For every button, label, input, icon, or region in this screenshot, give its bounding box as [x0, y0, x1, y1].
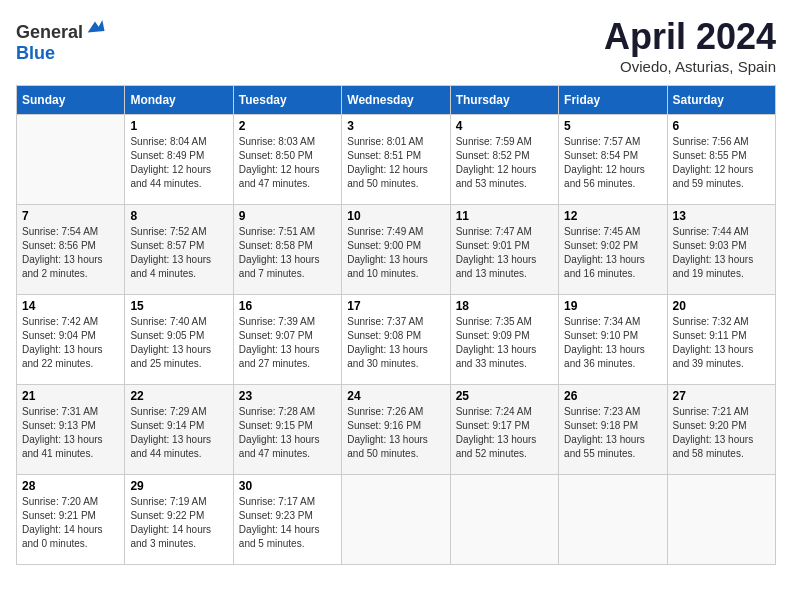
calendar-cell: 28Sunrise: 7:20 AMSunset: 9:21 PMDayligh… [17, 475, 125, 565]
svg-marker-0 [88, 20, 105, 32]
day-number: 27 [673, 389, 770, 403]
week-row-2: 7Sunrise: 7:54 AMSunset: 8:56 PMDaylight… [17, 205, 776, 295]
calendar-cell: 11Sunrise: 7:47 AMSunset: 9:01 PMDayligh… [450, 205, 558, 295]
column-header-wednesday: Wednesday [342, 86, 450, 115]
calendar-cell: 1Sunrise: 8:04 AMSunset: 8:49 PMDaylight… [125, 115, 233, 205]
calendar-table: SundayMondayTuesdayWednesdayThursdayFrid… [16, 85, 776, 565]
day-info: Sunrise: 8:01 AMSunset: 8:51 PMDaylight:… [347, 135, 444, 191]
logo-wordmark: General Blue [16, 16, 106, 64]
logo-bird-icon [84, 16, 106, 38]
calendar-cell [342, 475, 450, 565]
day-info: Sunrise: 7:49 AMSunset: 9:00 PMDaylight:… [347, 225, 444, 281]
calendar-cell: 22Sunrise: 7:29 AMSunset: 9:14 PMDayligh… [125, 385, 233, 475]
calendar-cell: 17Sunrise: 7:37 AMSunset: 9:08 PMDayligh… [342, 295, 450, 385]
day-info: Sunrise: 7:29 AMSunset: 9:14 PMDaylight:… [130, 405, 227, 461]
day-info: Sunrise: 7:44 AMSunset: 9:03 PMDaylight:… [673, 225, 770, 281]
column-header-monday: Monday [125, 86, 233, 115]
calendar-cell [559, 475, 667, 565]
calendar-cell: 18Sunrise: 7:35 AMSunset: 9:09 PMDayligh… [450, 295, 558, 385]
week-row-5: 28Sunrise: 7:20 AMSunset: 9:21 PMDayligh… [17, 475, 776, 565]
day-info: Sunrise: 7:54 AMSunset: 8:56 PMDaylight:… [22, 225, 119, 281]
day-number: 22 [130, 389, 227, 403]
calendar-cell: 19Sunrise: 7:34 AMSunset: 9:10 PMDayligh… [559, 295, 667, 385]
day-info: Sunrise: 7:34 AMSunset: 9:10 PMDaylight:… [564, 315, 661, 371]
day-info: Sunrise: 8:03 AMSunset: 8:50 PMDaylight:… [239, 135, 336, 191]
day-info: Sunrise: 7:37 AMSunset: 9:08 PMDaylight:… [347, 315, 444, 371]
day-number: 25 [456, 389, 553, 403]
day-info: Sunrise: 8:04 AMSunset: 8:49 PMDaylight:… [130, 135, 227, 191]
day-number: 7 [22, 209, 119, 223]
day-info: Sunrise: 7:45 AMSunset: 9:02 PMDaylight:… [564, 225, 661, 281]
calendar-cell: 9Sunrise: 7:51 AMSunset: 8:58 PMDaylight… [233, 205, 341, 295]
week-row-4: 21Sunrise: 7:31 AMSunset: 9:13 PMDayligh… [17, 385, 776, 475]
column-header-friday: Friday [559, 86, 667, 115]
day-number: 14 [22, 299, 119, 313]
day-number: 2 [239, 119, 336, 133]
logo-blue-text: Blue [16, 43, 55, 63]
title-block: April 2024 Oviedo, Asturias, Spain [604, 16, 776, 75]
day-number: 19 [564, 299, 661, 313]
day-info: Sunrise: 7:52 AMSunset: 8:57 PMDaylight:… [130, 225, 227, 281]
day-number: 9 [239, 209, 336, 223]
calendar-cell: 26Sunrise: 7:23 AMSunset: 9:18 PMDayligh… [559, 385, 667, 475]
day-info: Sunrise: 7:42 AMSunset: 9:04 PMDaylight:… [22, 315, 119, 371]
calendar-cell: 24Sunrise: 7:26 AMSunset: 9:16 PMDayligh… [342, 385, 450, 475]
calendar-cell: 13Sunrise: 7:44 AMSunset: 9:03 PMDayligh… [667, 205, 775, 295]
column-header-sunday: Sunday [17, 86, 125, 115]
calendar-cell: 20Sunrise: 7:32 AMSunset: 9:11 PMDayligh… [667, 295, 775, 385]
calendar-cell: 3Sunrise: 8:01 AMSunset: 8:51 PMDaylight… [342, 115, 450, 205]
day-number: 28 [22, 479, 119, 493]
calendar-cell [667, 475, 775, 565]
calendar-cell: 7Sunrise: 7:54 AMSunset: 8:56 PMDaylight… [17, 205, 125, 295]
day-info: Sunrise: 7:40 AMSunset: 9:05 PMDaylight:… [130, 315, 227, 371]
logo: General Blue [16, 16, 106, 64]
calendar-cell [17, 115, 125, 205]
day-number: 20 [673, 299, 770, 313]
page-title: April 2024 [604, 16, 776, 58]
day-number: 15 [130, 299, 227, 313]
day-info: Sunrise: 7:51 AMSunset: 8:58 PMDaylight:… [239, 225, 336, 281]
day-number: 24 [347, 389, 444, 403]
day-info: Sunrise: 7:31 AMSunset: 9:13 PMDaylight:… [22, 405, 119, 461]
column-header-thursday: Thursday [450, 86, 558, 115]
calendar-body: 1Sunrise: 8:04 AMSunset: 8:49 PMDaylight… [17, 115, 776, 565]
day-info: Sunrise: 7:32 AMSunset: 9:11 PMDaylight:… [673, 315, 770, 371]
header-row: SundayMondayTuesdayWednesdayThursdayFrid… [17, 86, 776, 115]
week-row-1: 1Sunrise: 8:04 AMSunset: 8:49 PMDaylight… [17, 115, 776, 205]
day-info: Sunrise: 7:24 AMSunset: 9:17 PMDaylight:… [456, 405, 553, 461]
calendar-cell: 6Sunrise: 7:56 AMSunset: 8:55 PMDaylight… [667, 115, 775, 205]
day-number: 21 [22, 389, 119, 403]
day-number: 10 [347, 209, 444, 223]
day-number: 6 [673, 119, 770, 133]
day-info: Sunrise: 7:39 AMSunset: 9:07 PMDaylight:… [239, 315, 336, 371]
column-header-tuesday: Tuesday [233, 86, 341, 115]
page-header: General Blue April 2024 Oviedo, Asturias… [16, 16, 776, 75]
day-info: Sunrise: 7:17 AMSunset: 9:23 PMDaylight:… [239, 495, 336, 551]
day-number: 29 [130, 479, 227, 493]
calendar-cell [450, 475, 558, 565]
calendar-cell: 4Sunrise: 7:59 AMSunset: 8:52 PMDaylight… [450, 115, 558, 205]
day-number: 13 [673, 209, 770, 223]
calendar-cell: 23Sunrise: 7:28 AMSunset: 9:15 PMDayligh… [233, 385, 341, 475]
calendar-cell: 14Sunrise: 7:42 AMSunset: 9:04 PMDayligh… [17, 295, 125, 385]
calendar-cell: 25Sunrise: 7:24 AMSunset: 9:17 PMDayligh… [450, 385, 558, 475]
day-number: 18 [456, 299, 553, 313]
calendar-header: SundayMondayTuesdayWednesdayThursdayFrid… [17, 86, 776, 115]
calendar-cell: 12Sunrise: 7:45 AMSunset: 9:02 PMDayligh… [559, 205, 667, 295]
calendar-cell: 27Sunrise: 7:21 AMSunset: 9:20 PMDayligh… [667, 385, 775, 475]
day-number: 3 [347, 119, 444, 133]
day-number: 1 [130, 119, 227, 133]
calendar-cell: 5Sunrise: 7:57 AMSunset: 8:54 PMDaylight… [559, 115, 667, 205]
day-number: 17 [347, 299, 444, 313]
week-row-3: 14Sunrise: 7:42 AMSunset: 9:04 PMDayligh… [17, 295, 776, 385]
logo-general-text: General [16, 22, 83, 42]
calendar-cell: 8Sunrise: 7:52 AMSunset: 8:57 PMDaylight… [125, 205, 233, 295]
day-info: Sunrise: 7:28 AMSunset: 9:15 PMDaylight:… [239, 405, 336, 461]
day-number: 26 [564, 389, 661, 403]
day-number: 12 [564, 209, 661, 223]
calendar-cell: 10Sunrise: 7:49 AMSunset: 9:00 PMDayligh… [342, 205, 450, 295]
calendar-cell: 15Sunrise: 7:40 AMSunset: 9:05 PMDayligh… [125, 295, 233, 385]
day-info: Sunrise: 7:56 AMSunset: 8:55 PMDaylight:… [673, 135, 770, 191]
day-number: 23 [239, 389, 336, 403]
day-info: Sunrise: 7:20 AMSunset: 9:21 PMDaylight:… [22, 495, 119, 551]
